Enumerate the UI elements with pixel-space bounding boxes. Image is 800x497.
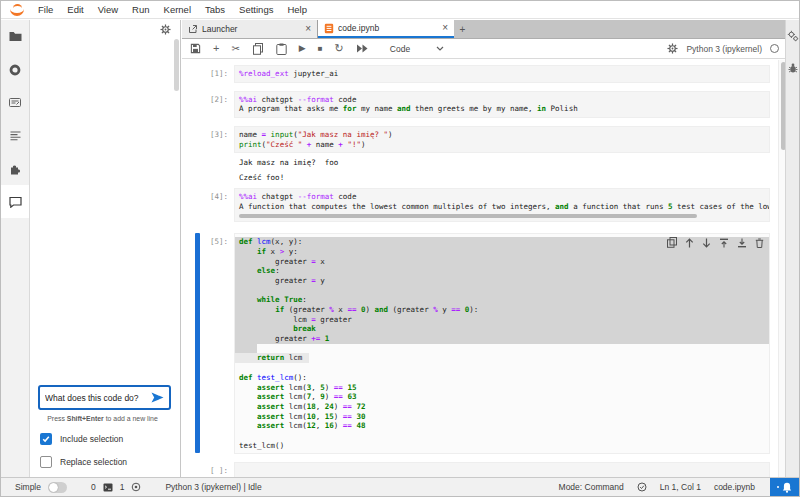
gear-icon[interactable] (160, 24, 171, 35)
gear-icon[interactable] (667, 43, 678, 54)
add-cell-icon[interactable]: + (213, 43, 219, 55)
move-down-icon[interactable] (702, 238, 711, 248)
new-tab-button[interactable]: + (454, 20, 471, 38)
code-line: greater += 1 (235, 334, 769, 344)
kernel-status-label[interactable]: Python 3 (ipykernel) | Idle (165, 482, 261, 492)
restart-icon[interactable]: ↻ (335, 43, 344, 55)
save-icon[interactable] (190, 43, 201, 55)
tab-label: Launcher (202, 24, 301, 34)
simple-mode-toggle[interactable] (48, 482, 67, 493)
menu-file[interactable]: File (31, 4, 60, 15)
notification-dot (777, 486, 780, 489)
stop-icon[interactable]: ■ (318, 43, 323, 55)
checkbox-row-replace-selection: Replace selection (40, 456, 174, 468)
code-editor[interactable] (234, 462, 770, 477)
menu-tabs[interactable]: Tabs (198, 4, 232, 15)
chat-input[interactable] (45, 393, 151, 403)
code-editor[interactable]: %%ai chatgpt --format codeA program that… (234, 91, 770, 118)
sidebar-tab-extension-manager-icon[interactable] (1, 152, 29, 185)
duplicate-icon[interactable] (667, 237, 677, 248)
tab-code-ipynb[interactable]: code.ipynb× (318, 20, 454, 38)
kernel-name[interactable]: Python 3 (ipykernel) (686, 44, 762, 54)
menu-view[interactable]: View (91, 4, 125, 15)
sidebar-tab-file-browser-icon[interactable] (1, 20, 29, 53)
cell-prompt: [3]: (190, 126, 234, 183)
notebook-toolbar: +✂▶■↻ Code Python 3 (ipykernel) (182, 39, 787, 59)
right-activity-bar (785, 20, 799, 477)
code-line: assert lcm(3, 5) == 15 (239, 383, 765, 393)
status-bar: Simple 0 1 Python 3 (ipykernel) | Idle M… (1, 477, 799, 496)
move-up-icon[interactable] (685, 238, 694, 248)
checkbox-unchecked[interactable] (40, 456, 52, 468)
code-editor[interactable]: %%ai chatgpt --format codeA function tha… (234, 188, 770, 222)
cursor-position[interactable]: Ln 1, Col 1 (660, 482, 701, 492)
code-line (239, 466, 765, 476)
sidebar-tab-running-sessions-icon[interactable] (1, 53, 29, 86)
kernel-status-icon[interactable] (770, 44, 779, 53)
code-line: break (235, 324, 769, 334)
code-line: A function that computes the lowest comm… (239, 202, 765, 212)
checkbox-checked[interactable] (40, 433, 52, 445)
panel-scrollbar[interactable] (174, 39, 179, 91)
code-editor[interactable]: def lcm(x, y): if x > y: greater = x els… (234, 233, 770, 454)
kernels-count[interactable]: 1 (120, 482, 125, 492)
sidebar-tab-property-inspector-icon[interactable] (1, 86, 29, 119)
menubar: FileEditViewRunKernelTabsSettingsHelp (1, 1, 799, 19)
cell-prompt: [2]: (190, 91, 234, 118)
sidebar-tab-chat-icon[interactable] (1, 185, 29, 218)
close-icon[interactable]: × (442, 23, 448, 33)
extension-manager-icon (9, 163, 21, 175)
menu-settings[interactable]: Settings (232, 4, 280, 15)
run-icon[interactable]: ▶ (299, 43, 306, 55)
notebook-content: [1]:%reload_ext jupyter_ai[2]:%%ai chatg… (182, 60, 778, 477)
kernel-icon[interactable] (131, 482, 141, 492)
code-editor[interactable]: name = input("Jak masz na imię? ")print(… (234, 126, 770, 153)
running-sessions-icon (9, 64, 21, 76)
sidebar-tab-advanced-tools-icon[interactable] (786, 20, 799, 52)
code-line: assert lcm(12, 16) == 48 (239, 421, 765, 431)
menu-edit[interactable]: Edit (60, 4, 90, 15)
restart-run-all-icon[interactable] (356, 43, 368, 55)
jupyterlab-window: FileEditViewRunKernelTabsSettingsHelp Pr… (0, 0, 800, 497)
code-line: while True: (235, 295, 769, 305)
cell-type-dropdown[interactable]: Code (390, 44, 444, 54)
code-line: assert lcm(7, 9) == 63 (239, 392, 765, 402)
code-line: greater = x (235, 257, 769, 267)
tab-bar: Launcher×code.ipynb×+ (182, 20, 787, 39)
menu-run[interactable]: Run (125, 4, 156, 15)
code-line: assert lcm(10, 15) == 30 (239, 412, 765, 422)
copy-icon[interactable] (252, 43, 264, 55)
delete-icon[interactable] (755, 238, 764, 248)
checkbox-label: Include selection (60, 434, 123, 444)
tab-label: code.ipynb (338, 23, 438, 33)
insert-below-icon[interactable] (737, 238, 747, 248)
paste-icon[interactable] (276, 43, 287, 55)
send-icon[interactable] (151, 392, 164, 403)
insert-above-icon[interactable] (719, 238, 729, 248)
code-line (239, 431, 765, 441)
code-line: if x > y: (235, 247, 769, 257)
terminals-count[interactable]: 0 (91, 482, 96, 492)
left-activity-bar (1, 20, 30, 477)
cut-icon[interactable]: ✂ (231, 43, 239, 55)
notifications-button[interactable] (770, 478, 799, 497)
cell-output: Jak masz na imię? foo (234, 153, 770, 168)
tab-launcher[interactable]: Launcher× (182, 20, 318, 38)
terminal-icon[interactable] (103, 483, 113, 492)
sidebar-tab-debugger-icon[interactable] (786, 52, 799, 84)
cell-drag-handle[interactable] (195, 233, 200, 453)
chat-hint: Press Shift+Enter to add a new line (31, 415, 174, 422)
code-line: greater = y (235, 276, 769, 286)
horizontal-scrollbar[interactable] (239, 214, 697, 218)
menu-kernel[interactable]: Kernel (157, 4, 198, 15)
close-icon[interactable]: × (305, 24, 311, 34)
code-line (235, 286, 769, 296)
cell-prompt: [1]: (190, 65, 234, 83)
chat-input-box (38, 385, 171, 410)
debugger-icon (788, 63, 798, 74)
table-of-contents-icon (10, 131, 21, 141)
menu-help[interactable]: Help (280, 4, 314, 15)
sidebar-tab-table-of-contents-icon[interactable] (1, 119, 29, 152)
code-line: %%ai chatgpt --format code (239, 95, 765, 105)
code-editor[interactable]: %reload_ext jupyter_ai (234, 65, 770, 83)
